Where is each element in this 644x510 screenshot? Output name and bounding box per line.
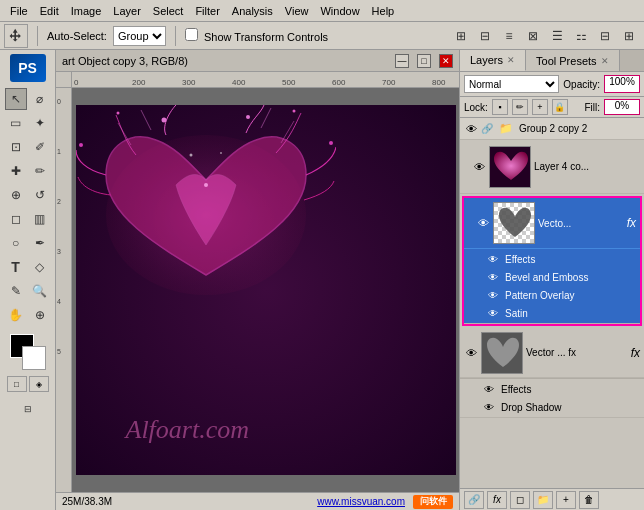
layer-item-vector2[interactable]: 👁 Vector ... fx fx bbox=[460, 328, 644, 378]
auto-select-dropdown[interactable]: Group Layer bbox=[113, 26, 166, 46]
vector2-thumb bbox=[481, 332, 523, 374]
link-layers-btn[interactable]: 🔗 bbox=[464, 491, 484, 509]
tab-layers[interactable]: Layers ✕ bbox=[460, 50, 526, 71]
show-transform-checkbox[interactable] bbox=[185, 28, 198, 41]
align-btn-7[interactable]: ⊟ bbox=[594, 25, 616, 47]
bevel-emboss-effect[interactable]: 👁 Bevel and Emboss bbox=[488, 268, 636, 286]
hand-tool[interactable]: ✋ bbox=[5, 304, 27, 326]
vector2-effects-eye[interactable]: 👁 bbox=[484, 384, 498, 395]
opacity-value[interactable]: 100% bbox=[604, 75, 640, 93]
zoom-tool2[interactable]: ⊕ bbox=[29, 304, 51, 326]
group-chain-icon: 🔗 bbox=[481, 123, 493, 134]
path-tool[interactable]: ◇ bbox=[29, 256, 51, 278]
menu-image[interactable]: Image bbox=[65, 3, 108, 19]
menu-edit[interactable]: Edit bbox=[34, 3, 65, 19]
screen-mode-btn[interactable]: ⊟ bbox=[6, 398, 50, 420]
vector-fx-icon: fx bbox=[627, 216, 636, 230]
spot-healing-tool[interactable]: ✚ bbox=[5, 160, 27, 182]
group-eye-icon[interactable]: 👁 bbox=[464, 122, 478, 136]
gradient-tool[interactable]: ▥ bbox=[29, 208, 51, 230]
eraser-tool[interactable]: ◻ bbox=[5, 208, 27, 230]
align-btn-2[interactable]: ⊟ bbox=[474, 25, 496, 47]
magic-wand-tool[interactable]: ✦ bbox=[29, 112, 51, 134]
tool-row-10: ✋ ⊕ bbox=[5, 304, 51, 326]
align-btn-3[interactable]: ≡ bbox=[498, 25, 520, 47]
pattern-eye[interactable]: 👁 bbox=[488, 290, 502, 301]
pattern-overlay-effect[interactable]: 👁 Pattern Overlay bbox=[488, 286, 636, 304]
lasso-tool[interactable]: ⌀ bbox=[29, 88, 51, 110]
vector-thumb bbox=[493, 202, 535, 244]
history-brush-tool[interactable]: ↺ bbox=[29, 184, 51, 206]
align-btn-8[interactable]: ⊞ bbox=[618, 25, 640, 47]
dodge-tool[interactable]: ○ bbox=[5, 232, 27, 254]
tab-tool-presets[interactable]: Tool Presets ✕ bbox=[526, 50, 620, 71]
standard-mode[interactable]: □ bbox=[7, 376, 27, 392]
vector2-layer-name: Vector ... fx bbox=[526, 347, 628, 358]
new-layer-btn[interactable]: + bbox=[556, 491, 576, 509]
brush-tool[interactable]: ✏ bbox=[29, 160, 51, 182]
canvas-scroll-area[interactable]: Alfoart.com bbox=[72, 88, 459, 492]
lock-transparent-btn[interactable]: ▪ bbox=[492, 99, 508, 115]
canvas-main-row: 0 1 2 3 4 5 bbox=[56, 88, 459, 492]
align-btn-5[interactable]: ☰ bbox=[546, 25, 568, 47]
menu-layer[interactable]: Layer bbox=[107, 3, 147, 19]
notes-tool[interactable]: ✎ bbox=[5, 280, 27, 302]
menu-file[interactable]: File bbox=[4, 3, 34, 19]
fill-value[interactable]: 0% bbox=[604, 99, 640, 115]
tab-layers-close[interactable]: ✕ bbox=[507, 55, 515, 65]
vector2-eye-icon[interactable]: 👁 bbox=[464, 346, 478, 360]
quick-mask-mode[interactable]: ◈ bbox=[29, 376, 49, 392]
toolbox: PS ↖ ⌀ ▭ ✦ ⊡ ✐ ✚ ✏ ⊕ ↺ ◻ ▥ ○ ✒ T bbox=[0, 50, 56, 510]
tool-row-4: ✚ ✏ bbox=[5, 160, 51, 182]
ruler-tick-200: 200 bbox=[132, 79, 145, 87]
menu-window[interactable]: Window bbox=[314, 3, 365, 19]
menu-view[interactable]: View bbox=[279, 3, 315, 19]
new-group-btn[interactable]: 📁 bbox=[533, 491, 553, 509]
document-title: art Object copy 3, RGB/8) bbox=[62, 55, 387, 67]
fx-btn[interactable]: fx bbox=[487, 491, 507, 509]
move-tool-icon[interactable] bbox=[4, 24, 28, 48]
layers-panel: Normal Multiply Screen Opacity: 100% Loc… bbox=[460, 72, 644, 510]
layer4-eye-icon[interactable]: 👁 bbox=[472, 160, 486, 174]
blend-mode-select[interactable]: Normal Multiply Screen bbox=[464, 75, 559, 93]
bevel-eye[interactable]: 👁 bbox=[488, 272, 502, 283]
lock-image-btn[interactable]: ✏ bbox=[512, 99, 528, 115]
ps-logo: PS bbox=[10, 54, 46, 82]
minimize-button[interactable]: — bbox=[395, 54, 409, 68]
tab-tool-presets-close[interactable]: ✕ bbox=[601, 56, 609, 66]
menu-select[interactable]: Select bbox=[147, 3, 190, 19]
menu-filter[interactable]: Filter bbox=[189, 3, 225, 19]
drop-shadow-eye[interactable]: 👁 bbox=[484, 402, 498, 413]
lock-all-btn[interactable]: 🔒 bbox=[552, 99, 568, 115]
effects-label: Effects bbox=[505, 254, 535, 265]
panels: Layers ✕ Tool Presets ✕ Normal Multiply … bbox=[459, 50, 644, 510]
lock-position-btn[interactable]: + bbox=[532, 99, 548, 115]
vector-eye-icon[interactable]: 👁 bbox=[476, 216, 490, 230]
align-btn-1[interactable]: ⊞ bbox=[450, 25, 472, 47]
crop-tool[interactable]: ⊡ bbox=[5, 136, 27, 158]
eyedropper-tool[interactable]: ✐ bbox=[29, 136, 51, 158]
align-btn-6[interactable]: ⚏ bbox=[570, 25, 592, 47]
layer-item-vector[interactable]: 👁 bbox=[464, 198, 640, 248]
maximize-button[interactable]: □ bbox=[417, 54, 431, 68]
close-button[interactable]: ✕ bbox=[439, 54, 453, 68]
layer-item-layer4[interactable]: 👁 bbox=[460, 140, 644, 194]
delete-layer-btn[interactable]: 🗑 bbox=[579, 491, 599, 509]
vruler-200: 2 bbox=[57, 198, 61, 205]
stamp-tool[interactable]: ⊕ bbox=[5, 184, 27, 206]
satin-eye[interactable]: 👁 bbox=[488, 308, 502, 319]
zoom-tool[interactable]: 🔍 bbox=[29, 280, 51, 302]
effects-eye[interactable]: 👁 bbox=[488, 254, 502, 265]
type-tool[interactable]: T bbox=[5, 256, 27, 278]
marquee-tool[interactable]: ▭ bbox=[5, 112, 27, 134]
menu-analysis[interactable]: Analysis bbox=[226, 3, 279, 19]
color-swatches[interactable] bbox=[10, 334, 46, 370]
background-color[interactable] bbox=[22, 346, 46, 370]
drop-shadow-effect[interactable]: 👁 Drop Shadow bbox=[484, 398, 640, 416]
pen-tool[interactable]: ✒ bbox=[29, 232, 51, 254]
menu-help[interactable]: Help bbox=[366, 3, 401, 19]
align-btn-4[interactable]: ⊠ bbox=[522, 25, 544, 47]
add-mask-btn[interactable]: ◻ bbox=[510, 491, 530, 509]
satin-effect[interactable]: 👁 Satin bbox=[488, 304, 636, 322]
move-tool[interactable]: ↖ bbox=[5, 88, 27, 110]
